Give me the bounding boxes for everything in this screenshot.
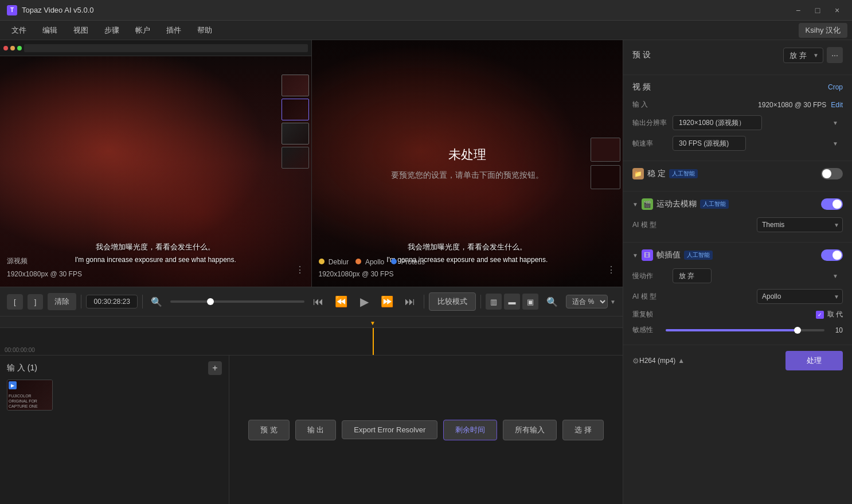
sensitivity-label: 敏感性: [632, 325, 661, 335]
stabilize-icon: 📁: [632, 168, 644, 179]
thumb-2[interactable]: [282, 99, 309, 120]
time-display[interactable]: 00:30:28:23: [86, 295, 138, 308]
motion-deblur-collapse[interactable]: ▼: [632, 201, 638, 208]
input-panel-title: 输 入 (1): [7, 363, 37, 373]
export-button[interactable]: 输 出: [295, 420, 337, 440]
thumb-1[interactable]: [282, 75, 309, 96]
bracket-out-button[interactable]: ]: [28, 294, 44, 310]
thumb-4-text: [282, 147, 308, 150]
left-panel-options-button[interactable]: ⋮: [295, 264, 304, 275]
bottom-area: 输 入 (1) + FUJICOLOR ORIGINAL FOR CAPTURE…: [0, 355, 623, 504]
motion-deblur-toggle[interactable]: [821, 198, 843, 210]
thumb-4[interactable]: [282, 147, 309, 169]
zoom-in-button[interactable]: 🔍: [543, 292, 561, 311]
timeline-track[interactable]: 00:00:00:00: [0, 328, 623, 355]
apollo-label: Apollo: [365, 258, 384, 266]
play-button[interactable]: ▶: [355, 292, 373, 311]
topbar-address: [24, 44, 308, 52]
preview-button[interactable]: 预 览: [248, 420, 290, 440]
compare-mode-button[interactable]: 比较模式: [429, 292, 476, 311]
preset-select[interactable]: 放 弃: [783, 48, 823, 63]
right-thumb-2[interactable]: [591, 165, 620, 189]
bracket-in-button[interactable]: [: [7, 294, 23, 310]
slow-motion-wrapper: 放 弃 ▼: [673, 268, 843, 283]
localization-button[interactable]: Ksihy 汉化: [799, 23, 847, 38]
frame-interp-toggle[interactable]: [821, 249, 843, 261]
sensitivity-slider[interactable]: [666, 329, 824, 331]
select-button[interactable]: 选 择: [562, 420, 604, 440]
slider-fill: [666, 329, 800, 331]
frame-interp-collapse[interactable]: ▼: [632, 252, 638, 259]
menu-item-help[interactable]: 帮助: [190, 23, 219, 38]
menu-item-account[interactable]: 帐户: [128, 23, 157, 38]
menu-item-edit[interactable]: 编辑: [36, 23, 64, 38]
minimize-button[interactable]: −: [790, 2, 806, 18]
zoom-dropdown-icon: ▼: [610, 299, 616, 305]
add-input-button[interactable]: +: [208, 361, 222, 375]
skip-start-button[interactable]: ⏮: [309, 292, 327, 311]
menu-item-plugins[interactable]: 插件: [159, 23, 188, 38]
stabilize-header: 📁 稳 定 人工智能: [632, 168, 698, 179]
remaining-time-button[interactable]: 剩余时间: [443, 420, 497, 440]
process-button[interactable]: 处理: [785, 351, 843, 370]
edit-link[interactable]: Edit: [831, 101, 843, 109]
frame-interp-model-label: AI 模 型: [632, 292, 673, 302]
video-sub-section: 输 入 1920×1080 @ 30 FPS Edit 输出分辨率 1920×1…: [632, 97, 843, 154]
motion-deblur-toggle-knob: [833, 200, 842, 209]
maximize-button[interactable]: □: [810, 2, 826, 18]
preset-more-button[interactable]: ···: [827, 47, 843, 63]
frame-interp-section: ▼ 🎞 帧插值 人工智能 慢动作 放 弃 ▼: [623, 243, 852, 345]
frame-interp-model-wrapper: Apollo ▼: [757, 289, 843, 304]
skip-end-button[interactable]: ⏭: [401, 292, 419, 311]
replace-frames-checkbox[interactable]: ✓: [816, 311, 824, 319]
timeline-playhead[interactable]: [373, 328, 374, 355]
window-controls: − □ ×: [790, 2, 845, 18]
controls-bar: [ ] 清除 00:30:28:23 🔍 ⏮ ⏪ ▶ ⏩ ⏭ 比较模式 ▥ ▬ …: [0, 287, 623, 317]
next-frame-button[interactable]: ⏩: [378, 292, 396, 311]
zoom-out-button[interactable]: 🔍: [147, 292, 166, 311]
timeline-ruler[interactable]: [0, 317, 623, 328]
left-panel-resolution: 1920x1080px @ 30 FPS: [7, 270, 82, 278]
zoom-control: 适合 % ▼: [566, 295, 616, 308]
output-format-arrow[interactable]: ▲: [678, 357, 685, 365]
frame-interp-model-select[interactable]: Apollo: [757, 289, 843, 304]
slow-motion-select[interactable]: 放 弃: [673, 268, 712, 283]
zoom-select[interactable]: 适合 %: [566, 295, 608, 308]
output-res-wrapper: 1920×1080 (源视频） ▼: [673, 115, 843, 130]
crop-link[interactable]: Crop: [828, 83, 843, 91]
input-thumbnail[interactable]: FUJICOLOR ORIGINAL FOR CAPTURE ONE ▶: [7, 380, 53, 411]
right-thumb-1[interactable]: [591, 138, 620, 162]
thumb-3[interactable]: [282, 123, 309, 144]
view-full-button[interactable]: ▬: [504, 294, 520, 310]
close-button[interactable]: ×: [829, 2, 845, 18]
menu-item-file[interactable]: 文件: [5, 23, 33, 38]
motion-deblur-ai-badge: 人工智能: [700, 200, 729, 209]
left-subtitle-cn: 我会增加曝光度，看看会发生什么。: [96, 242, 215, 252]
fps-wrapper: 30 FPS (源视频) ▼: [673, 136, 843, 151]
motion-deblur-model-select[interactable]: Themis: [757, 217, 843, 232]
slow-motion-label: 慢动作: [632, 271, 673, 281]
fps-label: 帧速率: [632, 139, 673, 149]
stabilize-ai-badge: 人工智能: [669, 169, 698, 178]
output-settings-icon[interactable]: ⚙: [632, 357, 639, 365]
sensitivity-row: 敏感性 10: [632, 322, 843, 338]
stabilize-toggle[interactable]: [821, 168, 843, 179]
frame-interp-title: 帧插值: [656, 250, 681, 260]
apollo-dot: [355, 259, 361, 264]
menu-item-view[interactable]: 视图: [67, 23, 95, 38]
all-input-button[interactable]: 所有输入: [503, 420, 557, 440]
right-panel-options-button[interactable]: ⋮: [607, 264, 616, 275]
clear-button[interactable]: 清除: [48, 293, 76, 310]
view-overlay-button[interactable]: ▣: [522, 294, 538, 310]
prev-frame-button[interactable]: ⏪: [332, 292, 350, 311]
video-section: 视 频 Crop 输 入 1920×1080 @ 30 FPS Edit 输出分…: [623, 75, 852, 161]
view-split-button[interactable]: ▥: [486, 294, 502, 310]
replace-frames-label: 重复帧: [632, 310, 673, 319]
menu-item-steps[interactable]: 步骤: [97, 23, 126, 38]
seek-track[interactable]: [170, 300, 304, 303]
proteus-dot: [391, 259, 397, 264]
output-format: H264 (mp4) ▲: [639, 357, 685, 365]
output-res-select[interactable]: 1920×1080 (源视频）: [673, 115, 762, 130]
error-resolver-button[interactable]: Export Error Resolver: [342, 420, 437, 439]
fps-select[interactable]: 30 FPS (源视频): [673, 136, 746, 151]
